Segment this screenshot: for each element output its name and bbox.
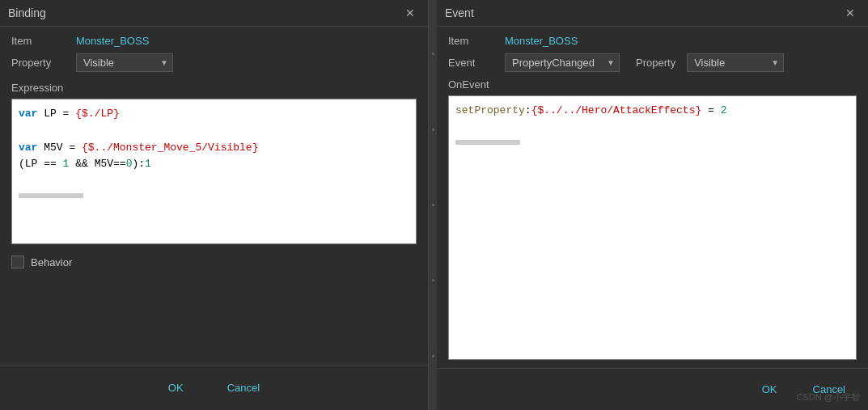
binding-title: Binding bbox=[8, 6, 46, 19]
behavior-label: Behavior bbox=[31, 256, 72, 268]
binding-item-label: Item bbox=[11, 35, 76, 47]
event-bottom-buttons: OK Cancel bbox=[437, 368, 868, 410]
on-event-scrollbar bbox=[455, 140, 520, 145]
event-ok-button[interactable]: OK bbox=[752, 380, 787, 399]
binding-cancel-button[interactable]: Cancel bbox=[218, 378, 269, 397]
event-property-dropdown[interactable]: Visible Active Opacity bbox=[687, 53, 784, 72]
binding-property-dropdown-container: Visible Active Opacity ▼ bbox=[76, 53, 173, 72]
event-event-label: Event bbox=[448, 57, 497, 69]
divider-dot-3 bbox=[432, 204, 434, 206]
binding-bottom-buttons: OK Cancel bbox=[0, 365, 428, 410]
expression-editor[interactable]: var LP = {$./LP} var M5V = {$../Monster_… bbox=[11, 99, 417, 244]
binding-property-row: Property Visible Active Opacity ▼ bbox=[11, 53, 417, 72]
binding-property-label: Property bbox=[11, 57, 76, 69]
binding-ok-button[interactable]: OK bbox=[159, 378, 193, 397]
event-event-dropdown[interactable]: PropertyChanged Click Active bbox=[505, 53, 620, 72]
binding-panel-header: Binding ✕ bbox=[0, 0, 428, 27]
divider-dot-1 bbox=[432, 53, 434, 55]
event-panel-header: Event ✕ bbox=[437, 0, 868, 27]
on-event-editor[interactable]: setProperty:{$../../Hero/AttackEffects} … bbox=[448, 95, 857, 360]
event-item-label: Item bbox=[448, 35, 497, 47]
event-event-row: Event PropertyChanged Click Active ▼ Pro… bbox=[448, 53, 857, 72]
event-property-label: Property bbox=[636, 57, 675, 69]
event-property-dropdown-container: Visible Active Opacity ▼ bbox=[687, 53, 784, 72]
event-close-button[interactable]: ✕ bbox=[840, 5, 860, 21]
expression-label: Expression bbox=[11, 82, 417, 94]
binding-property-dropdown[interactable]: Visible Active Opacity bbox=[76, 53, 173, 72]
behavior-row: Behavior bbox=[11, 256, 417, 268]
binding-item-row: Item Monster_BOSS bbox=[11, 35, 417, 47]
event-panel: Event ✕ Item Monster_BOSS Event Property… bbox=[437, 0, 868, 410]
divider-dot-4 bbox=[432, 279, 434, 281]
panel-divider bbox=[429, 0, 437, 410]
binding-item-value: Monster_BOSS bbox=[76, 35, 149, 47]
divider-dot-2 bbox=[432, 129, 434, 131]
watermark: CSDN @小宇智 bbox=[797, 391, 860, 404]
event-body: Item Monster_BOSS Event PropertyChanged … bbox=[437, 27, 868, 368]
on-event-label: OnEvent bbox=[448, 78, 857, 91]
behavior-checkbox[interactable] bbox=[11, 256, 24, 268]
binding-body: Item Monster_BOSS Property Visible Activ… bbox=[0, 27, 428, 365]
event-item-row: Item Monster_BOSS bbox=[448, 35, 857, 47]
event-title: Event bbox=[445, 6, 474, 19]
divider-dot-5 bbox=[432, 355, 434, 357]
event-event-dropdown-container: PropertyChanged Click Active ▼ bbox=[505, 53, 620, 72]
scrollbar-placeholder bbox=[19, 193, 83, 198]
binding-panel: Binding ✕ Item Monster_BOSS Property Vis… bbox=[0, 0, 429, 410]
binding-close-button[interactable]: ✕ bbox=[400, 5, 420, 21]
event-item-value: Monster_BOSS bbox=[505, 35, 578, 47]
